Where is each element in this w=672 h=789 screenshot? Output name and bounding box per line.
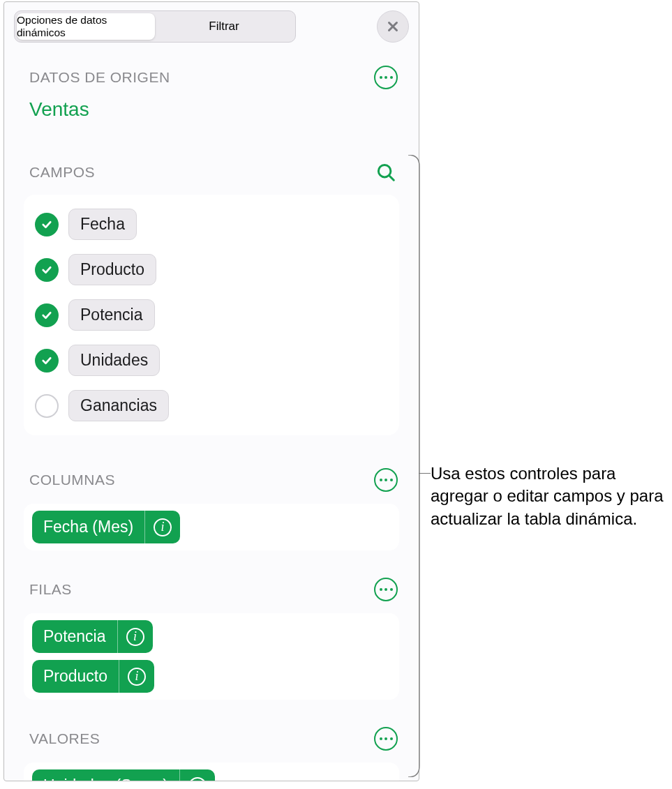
fields-list: Fecha Producto Potencia Unidades xyxy=(24,195,399,435)
fields-label: CAMPOS xyxy=(29,164,95,181)
source-data-label: DATOS DE ORIGEN xyxy=(29,69,170,86)
pill-label: Fecha (Mes) xyxy=(32,511,145,543)
columns-zone[interactable]: Fecha (Mes) i xyxy=(24,504,399,550)
pill-info-button[interactable]: i xyxy=(118,620,153,653)
tab-segmented-control: Opciones de datos dinámicos Filtrar xyxy=(14,10,296,43)
info-icon: i xyxy=(128,668,146,686)
pill-info-button[interactable]: i xyxy=(180,769,215,781)
rows-header: FILAS xyxy=(4,570,419,609)
source-more-button[interactable] xyxy=(374,66,398,89)
checkmark-icon xyxy=(40,354,53,367)
pill-label: Producto xyxy=(32,660,119,693)
tab-filter[interactable]: Filtrar xyxy=(155,13,293,40)
field-checkbox[interactable] xyxy=(35,258,59,282)
ellipsis-icon xyxy=(380,737,393,740)
close-button[interactable] xyxy=(377,10,409,43)
info-icon: i xyxy=(154,518,172,536)
rows-more-button[interactable] xyxy=(374,578,398,601)
checkmark-icon xyxy=(40,218,53,231)
field-row: Ganancias xyxy=(35,383,388,428)
pill-info-button[interactable]: i xyxy=(145,511,180,543)
ellipsis-icon xyxy=(380,76,393,79)
field-checkbox[interactable] xyxy=(35,394,59,418)
callout-bracket xyxy=(407,155,429,777)
rows-label: FILAS xyxy=(29,581,72,598)
ellipsis-icon xyxy=(380,479,393,481)
info-icon: i xyxy=(188,777,207,782)
field-row: Producto xyxy=(35,247,388,292)
values-header: VALORES xyxy=(4,719,419,758)
pill-label: Potencia xyxy=(32,620,118,653)
column-field-pill[interactable]: Fecha (Mes) i xyxy=(32,511,180,543)
field-chip[interactable]: Fecha xyxy=(68,209,137,240)
panel-header: Opciones de datos dinámicos Filtrar xyxy=(4,2,419,50)
pill-label: Unidades (Suma) xyxy=(32,769,180,781)
field-row: Unidades xyxy=(35,338,388,383)
fields-header: CAMPOS xyxy=(4,153,419,192)
row-field-pill[interactable]: Producto i xyxy=(32,660,154,693)
values-more-button[interactable] xyxy=(374,727,398,751)
value-field-pill[interactable]: Unidades (Suma) i xyxy=(32,769,215,781)
close-icon xyxy=(385,19,401,34)
columns-more-button[interactable] xyxy=(374,468,398,492)
pivot-options-panel: Opciones de datos dinámicos Filtrar DATO… xyxy=(3,1,419,781)
callout-leader-line xyxy=(419,473,431,474)
field-chip[interactable]: Unidades xyxy=(68,345,160,376)
source-table-name[interactable]: Ventas xyxy=(4,97,419,133)
panel-content: DATOS DE ORIGEN Ventas CAMPOS Fecha xyxy=(4,58,419,781)
callout-text: Usa estos controles para agregar o edita… xyxy=(431,463,665,530)
field-checkbox[interactable] xyxy=(35,349,59,373)
field-row: Potencia xyxy=(35,292,388,338)
field-chip[interactable]: Producto xyxy=(68,254,156,285)
values-zone[interactable]: Unidades (Suma) i xyxy=(24,762,399,781)
field-chip[interactable]: Ganancias xyxy=(68,390,169,421)
pill-info-button[interactable]: i xyxy=(119,660,154,693)
ellipsis-icon xyxy=(380,588,393,591)
svg-line-3 xyxy=(389,176,394,181)
checkmark-icon xyxy=(40,309,53,322)
info-icon: i xyxy=(126,628,144,646)
search-fields-button[interactable] xyxy=(374,160,398,184)
row-field-pill[interactable]: Potencia i xyxy=(32,620,153,653)
checkmark-icon xyxy=(40,264,53,276)
columns-header: COLUMNAS xyxy=(4,460,419,499)
search-icon xyxy=(375,162,396,183)
field-chip[interactable]: Potencia xyxy=(68,299,155,331)
values-label: VALORES xyxy=(29,730,100,747)
rows-zone[interactable]: Potencia i Producto i xyxy=(24,613,399,700)
field-checkbox[interactable] xyxy=(35,213,59,236)
columns-label: COLUMNAS xyxy=(29,472,115,488)
field-checkbox[interactable] xyxy=(35,303,59,327)
source-data-header: DATOS DE ORIGEN xyxy=(4,58,419,97)
field-row: Fecha xyxy=(35,202,388,247)
tab-pivot-options[interactable]: Opciones de datos dinámicos xyxy=(17,13,155,40)
